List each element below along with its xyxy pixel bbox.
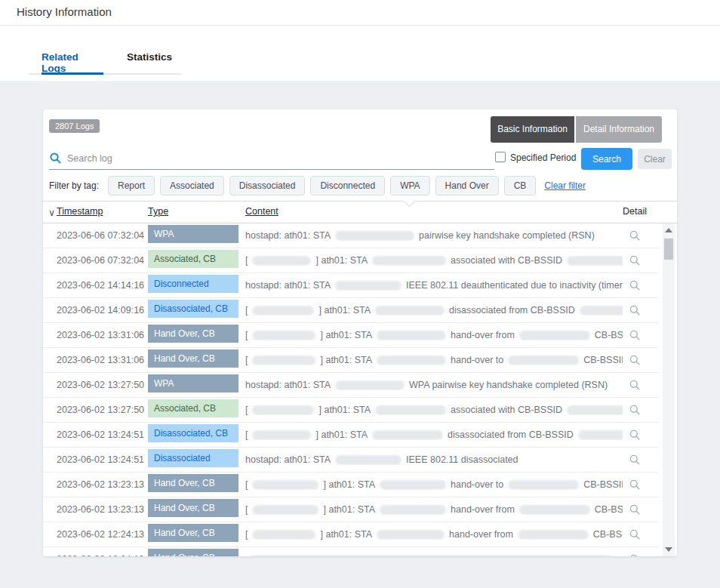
active-tab-indicator: [42, 72, 103, 75]
content-text: pairwise key handshake completed (RSN): [419, 230, 595, 241]
content-text: hand-over from: [449, 529, 513, 540]
content-text: hand-over from: [451, 504, 515, 515]
content-text: hand-over to: [451, 479, 503, 490]
redacted-text: [252, 405, 314, 415]
clear-filter-link[interactable]: Clear filter: [544, 180, 586, 191]
search-input[interactable]: [67, 150, 490, 167]
row-type-badge: WPA: [148, 225, 238, 243]
redacted-text: [377, 356, 446, 365]
redacted-text: [252, 356, 315, 365]
redacted-text: [252, 331, 315, 340]
column-header-timestamp[interactable]: Timestamp: [57, 206, 103, 217]
content-text: [: [245, 504, 248, 515]
tab-statistics[interactable]: Statistics: [127, 51, 172, 63]
row-detail-magnifier-icon[interactable]: [629, 429, 641, 441]
filter-row: Filter by tag: ReportAssociatedDisassoci…: [49, 176, 671, 195]
row-timestamp: 2023-06-06 07:32:04: [57, 230, 148, 241]
row-content: [] ath01: STAdisassociated from CB-BSSID…: [245, 429, 623, 440]
filter-tag-report[interactable]: Report: [108, 176, 155, 195]
clear-button[interactable]: Clear: [638, 149, 672, 169]
content-text: ] ath01: STA: [318, 405, 371, 415]
table-row: 2023-06-06 07:32:04 WPA hostapd: ath01: …: [43, 223, 659, 248]
filter-tag-disassociated[interactable]: Disassociated: [229, 176, 306, 195]
filter-tag-cb[interactable]: CB: [504, 176, 537, 195]
row-detail-magnifier-icon[interactable]: [629, 229, 641, 242]
specified-period-checkbox[interactable]: [495, 152, 506, 162]
row-detail-magnifier-icon[interactable]: [629, 528, 641, 540]
row-detail-magnifier-icon[interactable]: [629, 553, 641, 556]
filter-tag-disconnected[interactable]: Disconnected: [310, 176, 385, 195]
table-header: ∨ Timestamp Type Content Detail: [43, 202, 677, 223]
row-detail-magnifier-icon[interactable]: [629, 503, 641, 516]
content-text: hostapd: ath01: STA: [245, 454, 331, 465]
scrollbar-thumb[interactable]: [664, 239, 673, 260]
row-type-badge: Hand Over, CB: [148, 524, 238, 542]
row-content: hostapd: ath01: STAIEEE 802.11 deauthent…: [245, 280, 623, 291]
row-timestamp: 2023-06-02 13:23:13: [57, 504, 148, 515]
redacted-text: [380, 480, 446, 490]
redacted-text: [580, 306, 623, 316]
content-text: CB-BSSID ...: [593, 529, 623, 540]
table-row: 2023-06-02 13:31:06 Hand Over, CB [] ath…: [43, 348, 659, 373]
table-row: 2023-06-02 13:24:51 Disassociated hostap…: [43, 448, 659, 473]
title-divider: [0, 25, 720, 26]
detail-information-button[interactable]: Detail Information: [576, 116, 662, 143]
row-timestamp: 2023-06-02 13:27:50: [57, 405, 148, 415]
row-detail-magnifier-icon[interactable]: [629, 254, 641, 266]
redacted-text: [372, 430, 443, 440]
row-detail-magnifier-icon[interactable]: [629, 379, 641, 391]
row-timestamp: 2023-06-02 13:31:06: [57, 330, 148, 340]
row-timestamp: 2023-06-02 13:23:13: [57, 479, 148, 490]
row-content: [] ath01: STAhand-over fromCB-BSSID ...: [245, 504, 623, 515]
content-text: ] ath01: STA: [318, 305, 371, 316]
row-detail-magnifier-icon[interactable]: [629, 279, 641, 291]
content-text: hostapd: ath01: STA: [245, 280, 331, 291]
filter-tag-wpa[interactable]: WPA: [390, 176, 429, 195]
page-header: History Information Related Logs Statist…: [0, 0, 720, 81]
content-text: CB-BSSID ...: [595, 330, 623, 340]
content-text: ] ath01: STA: [315, 429, 368, 440]
content-text: ] ath01: STA: [315, 255, 368, 266]
content-text: associated with CB-BSSID: [451, 405, 562, 415]
row-type-badge: Hand Over, CB: [148, 325, 238, 343]
redacted-text: [518, 530, 589, 540]
content-text: ] ath01: STA: [320, 529, 372, 540]
row-timestamp: 2023-06-02 14:14:16: [57, 280, 148, 291]
row-detail-magnifier-icon[interactable]: [629, 304, 641, 316]
content-text: hostapd: ath01: STA: [245, 380, 331, 390]
row-detail-magnifier-icon[interactable]: [629, 354, 641, 366]
redacted-text: [372, 256, 446, 266]
row-detail-magnifier-icon[interactable]: [629, 329, 641, 341]
content-text: [: [245, 405, 248, 415]
column-header-content[interactable]: Content: [245, 206, 278, 217]
row-detail-magnifier-icon[interactable]: [629, 404, 641, 416]
row-detail-magnifier-icon[interactable]: [629, 454, 641, 466]
basic-information-button[interactable]: Basic Information: [491, 116, 574, 143]
row-type-badge: Associated, CB: [148, 250, 238, 268]
table-scrollbar[interactable]: [663, 223, 675, 556]
table-row: 2023-06-02 13:27:50 WPA hostapd: ath01: …: [43, 373, 659, 398]
row-detail-magnifier-icon[interactable]: [629, 479, 641, 491]
tab-related-logs[interactable]: Related Logs: [42, 51, 78, 74]
redacted-text: [375, 306, 445, 316]
table-row: 2023-06-02 12:24:13 Hand Over, CB [] ath…: [43, 522, 659, 547]
row-type-badge: Disassociated, CB: [148, 424, 238, 442]
column-header-type[interactable]: Type: [148, 206, 168, 217]
redacted-text: [508, 480, 579, 490]
logs-count-badge: 2807 Logs: [49, 119, 100, 133]
scroll-up-arrow-icon[interactable]: [665, 228, 672, 232]
column-header-detail: Detail: [623, 206, 647, 217]
content-text: disassociated from CB-BSSID: [448, 429, 574, 440]
row-content: [245, 555, 623, 557]
filter-tag-hand-over[interactable]: Hand Over: [435, 176, 499, 195]
redacted-text: [252, 256, 311, 266]
table-row: 2023-06-06 07:32:04 Associated, CB [] at…: [43, 248, 659, 273]
filter-tag-associated[interactable]: Associated: [160, 176, 224, 195]
sort-direction-icon: ∨: [48, 207, 55, 218]
search-button[interactable]: Search: [581, 148, 632, 170]
redacted-text: [519, 505, 590, 515]
specified-period-label: Specified Period: [510, 152, 576, 163]
content-text: [: [245, 305, 248, 316]
row-content: [] ath01: STAhand-over fromCB-BSSID ...: [245, 529, 623, 540]
scroll-down-arrow-icon[interactable]: [665, 547, 672, 552]
